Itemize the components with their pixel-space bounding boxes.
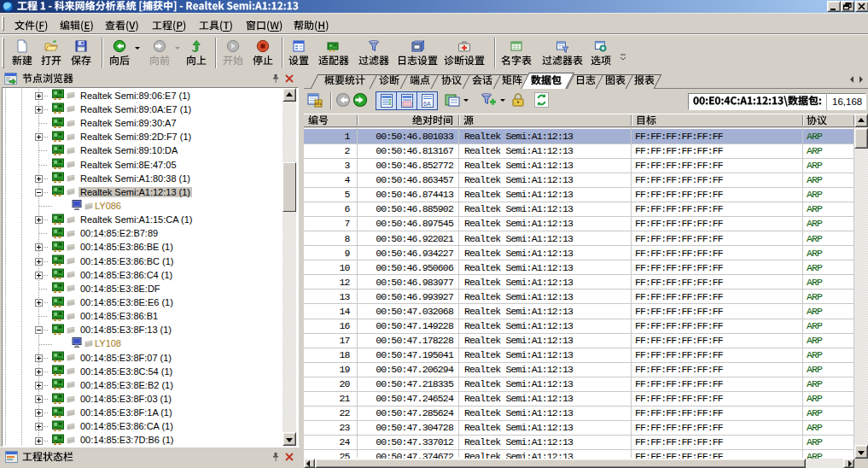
svg-text:6A: 6A	[423, 101, 431, 107]
